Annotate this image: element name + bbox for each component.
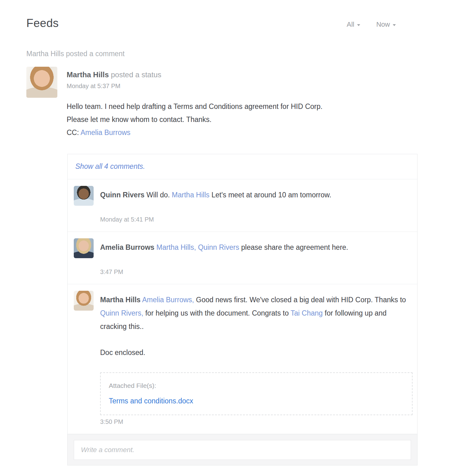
feed-event-text: Martha Hills posted a comment: [26, 50, 451, 58]
comment-author-name: Amelia Burrows: [100, 243, 154, 251]
comments-card: Show all 4 comments. Quinn Rivers Will d…: [67, 154, 418, 465]
feeds-page: Feeds All Now Martha Hills posted a comm…: [0, 0, 451, 476]
attachment-label: Attached File(s):: [109, 382, 403, 389]
cc-label: CC:: [67, 128, 79, 137]
mention-link[interactable]: Martha Hills, Quinn Rivers: [157, 243, 239, 251]
feed-filters: All Now: [347, 20, 396, 29]
comment-text-segment: please share the agreement here.: [241, 243, 348, 251]
mention-link[interactable]: Quinn Rivers,: [100, 309, 143, 317]
filter-now-label: Now: [376, 20, 390, 28]
chevron-down-icon: [357, 24, 360, 26]
filter-now-dropdown[interactable]: Now: [376, 20, 396, 29]
comment-timestamp: 3:50 PM: [100, 418, 410, 425]
comment-content: Quinn Rivers Will do. Martha Hills Let's…: [100, 186, 331, 223]
filter-all-dropdown[interactable]: All: [347, 20, 360, 29]
attachment-file-link[interactable]: Terms and conditions.docx: [109, 397, 193, 405]
status-cc-line: CC: Amelia Burrows: [67, 126, 322, 139]
comment-text-segment: Will do.: [147, 191, 170, 199]
chevron-down-icon: [393, 24, 396, 26]
comment-row: Martha Hills Amelia Burrows, Good news f…: [68, 284, 417, 434]
comment-input[interactable]: [74, 440, 411, 460]
mention-link[interactable]: Martha Hills: [172, 191, 209, 199]
status-action-text: posted a status: [111, 70, 161, 79]
avatar[interactable]: [74, 186, 94, 206]
comment-composer: [68, 434, 417, 465]
comment-text-paragraph: Doc enclosed.: [100, 346, 410, 359]
status-timestamp: Monday at 5:37 PM: [67, 83, 322, 90]
cc-mention-link[interactable]: Amelia Burrows: [81, 128, 130, 137]
show-all-comments-link[interactable]: Show all 4 comments.: [75, 162, 145, 170]
status-message: Hello team. I need help drafting a Terms…: [67, 100, 322, 139]
avatar[interactable]: [74, 291, 94, 311]
comment-text-segment: Let's meet at around 10 am tomorrow.: [211, 191, 331, 199]
avatar[interactable]: [74, 238, 94, 258]
status-title-line: Martha Hills posted a status: [67, 70, 322, 79]
mention-link[interactable]: Tai Chang: [291, 309, 323, 317]
comment-text-segment: Good news first. We've closed a big deal…: [196, 296, 406, 304]
avatar[interactable]: [26, 67, 57, 98]
status-message-line: Hello team. I need help drafting a Terms…: [67, 100, 322, 113]
comment-row: Quinn Rivers Will do. Martha Hills Let's…: [68, 179, 417, 232]
comment-content: Martha Hills Amelia Burrows, Good news f…: [100, 291, 410, 425]
comment-row: Amelia Burrows Martha Hills, Quinn River…: [68, 232, 417, 284]
comment-content: Amelia Burrows Martha Hills, Quinn River…: [100, 238, 348, 276]
comment-text: Quinn Rivers Will do. Martha Hills Let's…: [100, 188, 331, 202]
comment-text: Amelia Burrows Martha Hills, Quinn River…: [100, 241, 348, 254]
comment-author-name: Quinn Rivers: [100, 191, 144, 199]
show-all-comments-row: Show all 4 comments.: [68, 154, 417, 179]
comment-text: Martha Hills Amelia Burrows, Good news f…: [100, 293, 410, 333]
mention-link[interactable]: Amelia Burrows,: [142, 296, 194, 304]
filter-all-label: All: [347, 20, 354, 28]
status-post-body: Martha Hills posted a status Monday at 5…: [67, 67, 322, 139]
status-post: Martha Hills posted a status Monday at 5…: [26, 67, 451, 139]
status-message-line: Please let me know whom to contact. Than…: [67, 113, 322, 126]
status-author-name: Martha Hills: [67, 70, 109, 79]
comment-timestamp: Monday at 5:41 PM: [100, 216, 331, 223]
attachment-box: Attached File(s): Terms and conditions.d…: [100, 372, 413, 415]
comment-author-name: Martha Hills: [100, 296, 140, 304]
comment-timestamp: 3:47 PM: [100, 268, 348, 276]
comment-text-segment: for helping us with the document. Congra…: [145, 309, 289, 317]
